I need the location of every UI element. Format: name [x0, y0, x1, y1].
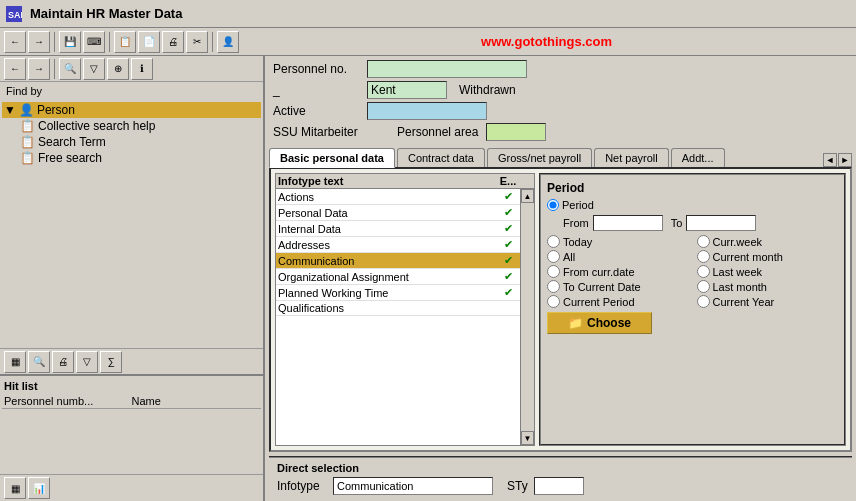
fromcurrdate-label: From curr.date	[563, 266, 635, 278]
forward-button[interactable]: →	[28, 31, 50, 53]
table-scrollbar[interactable]: ▲ ▼	[520, 189, 534, 445]
infotype-input[interactable]	[333, 477, 493, 495]
tab-addt[interactable]: Addt...	[671, 148, 725, 167]
currentperiod-radio[interactable]	[547, 295, 560, 308]
tab-net-payroll[interactable]: Net payroll	[594, 148, 669, 167]
lastmonth-radio[interactable]	[697, 280, 710, 293]
right-panel: Personnel no. _ Withdrawn Active SSU Mit…	[265, 56, 856, 501]
tab-contract-data-label: Contract data	[408, 152, 474, 164]
tab-contract-data[interactable]: Contract data	[397, 148, 485, 167]
tree-item-person[interactable]: ▼ 👤 Person	[2, 102, 261, 118]
currweek-radio-label[interactable]: Curr.week	[697, 235, 839, 248]
currentmonth-radio-label[interactable]: Current month	[697, 250, 839, 263]
choose-label: Choose	[587, 316, 631, 330]
scroll-up-btn[interactable]: ▲	[521, 189, 534, 203]
today-radio[interactable]	[547, 235, 560, 248]
table-row-communication[interactable]: Communication ✔	[276, 253, 520, 269]
sty-input[interactable]	[534, 477, 584, 495]
view-btn-5[interactable]: ∑	[100, 351, 122, 373]
from-input[interactable]	[593, 215, 663, 231]
website-label: www.gotothings.com	[479, 32, 614, 51]
name-input[interactable]	[367, 81, 447, 99]
lastmonth-label: Last month	[713, 281, 767, 293]
all-label: All	[563, 251, 575, 263]
page-title: Maintain HR Master Data	[30, 6, 182, 21]
table-body: Actions ✔ Personal Data ✔ Internal Data …	[276, 189, 520, 445]
to-input[interactable]	[686, 215, 756, 231]
table-row-qualifications[interactable]: Qualifications	[276, 301, 520, 316]
tocurrentdate-radio-label[interactable]: To Current Date	[547, 280, 689, 293]
personnel-no-input[interactable]	[367, 60, 527, 78]
currentperiod-radio-label[interactable]: Current Period	[547, 295, 689, 308]
table-row[interactable]: Personal Data ✔	[276, 205, 520, 221]
table-row[interactable]: Addresses ✔	[276, 237, 520, 253]
table-row[interactable]: Actions ✔	[276, 189, 520, 205]
tab-gross-net-payroll[interactable]: Gross/net payroll	[487, 148, 592, 167]
table-row-org[interactable]: Organizational Assignment ✔	[276, 269, 520, 285]
print-button[interactable]: 🖨	[162, 31, 184, 53]
left-sep	[54, 59, 55, 79]
all-radio-label[interactable]: All	[547, 250, 689, 263]
collective-icon: 📋	[20, 119, 35, 133]
tree-item-freesearch[interactable]: 📋 Free search	[18, 150, 261, 166]
view-btn-2[interactable]: 🔍	[28, 351, 50, 373]
lastweek-radio-label[interactable]: Last week	[697, 265, 839, 278]
period-from-to-row: Period	[547, 199, 838, 211]
left-search-btn[interactable]: 🔍	[59, 58, 81, 80]
left-info-btn[interactable]: ℹ	[131, 58, 153, 80]
today-radio-label[interactable]: Today	[547, 235, 689, 248]
save-button[interactable]: 💾	[59, 31, 81, 53]
left-forward-btn[interactable]: →	[28, 58, 50, 80]
view-btn-4[interactable]: ▽	[76, 351, 98, 373]
fromcurrdate-radio[interactable]	[547, 265, 560, 278]
all-radio[interactable]	[547, 250, 560, 263]
tocurrentdate-radio[interactable]	[547, 280, 560, 293]
tab-next-arrow[interactable]: ►	[838, 153, 852, 167]
period-radio[interactable]	[547, 199, 559, 211]
tab-basic-personal-data[interactable]: Basic personal data	[269, 148, 395, 168]
left-filter-btn[interactable]: ▽	[83, 58, 105, 80]
user-button[interactable]: 👤	[217, 31, 239, 53]
left-back-btn[interactable]: ←	[4, 58, 26, 80]
view-btn-3[interactable]: 🖨	[52, 351, 74, 373]
currentmonth-radio[interactable]	[697, 250, 710, 263]
scroll-track	[521, 203, 534, 431]
left-expand-btn[interactable]: ⊕	[107, 58, 129, 80]
personnel-area-input[interactable]	[486, 123, 546, 141]
row-check: ✔	[498, 222, 518, 235]
content-area: Infotype text E... Actions ✔ Personal Da…	[269, 167, 852, 452]
delete-button[interactable]: ✂	[186, 31, 208, 53]
period-options-grid: Today Curr.week All Current month	[547, 235, 838, 308]
currentyear-radio[interactable]	[697, 295, 710, 308]
period-radio-text: Period	[562, 199, 594, 211]
active-input[interactable]	[367, 102, 487, 120]
tree-item-collective[interactable]: 📋 Collective search help	[18, 118, 261, 134]
left-bottom-toolbar-2: ▦ 📊	[0, 474, 263, 501]
copy-button[interactable]: 📋	[114, 31, 136, 53]
scroll-down-btn[interactable]: ▼	[521, 431, 534, 445]
choose-button[interactable]: 📁 Choose	[547, 312, 652, 334]
table-row-planned[interactable]: Planned Working Time ✔	[276, 285, 520, 301]
grid-btn[interactable]: ▦	[4, 477, 26, 499]
lastweek-radio[interactable]	[697, 265, 710, 278]
fromcurrdate-radio-label[interactable]: From curr.date	[547, 265, 689, 278]
lastmonth-radio-label[interactable]: Last month	[697, 280, 839, 293]
svg-text:SAP: SAP	[8, 10, 22, 20]
chart-btn[interactable]: 📊	[28, 477, 50, 499]
view-btn-1[interactable]: ▦	[4, 351, 26, 373]
period-radio-label[interactable]: Period	[547, 199, 594, 211]
row-text: Addresses	[278, 239, 498, 251]
currweek-radio[interactable]	[697, 235, 710, 248]
tree-item-searchterm-label: Search Term	[38, 135, 106, 149]
currentyear-radio-label[interactable]: Current Year	[697, 295, 839, 308]
shortcut-button[interactable]: ⌨	[83, 31, 105, 53]
tree-item-searchterm[interactable]: 📋 Search Term	[18, 134, 261, 150]
tab-net-payroll-label: Net payroll	[605, 152, 658, 164]
tree-item-freesearch-label: Free search	[38, 151, 102, 165]
row-check: ✔	[498, 238, 518, 251]
tab-gross-net-payroll-label: Gross/net payroll	[498, 152, 581, 164]
back-button[interactable]: ←	[4, 31, 26, 53]
tab-prev-arrow[interactable]: ◄	[823, 153, 837, 167]
paste-button[interactable]: 📄	[138, 31, 160, 53]
table-row[interactable]: Internal Data ✔	[276, 221, 520, 237]
